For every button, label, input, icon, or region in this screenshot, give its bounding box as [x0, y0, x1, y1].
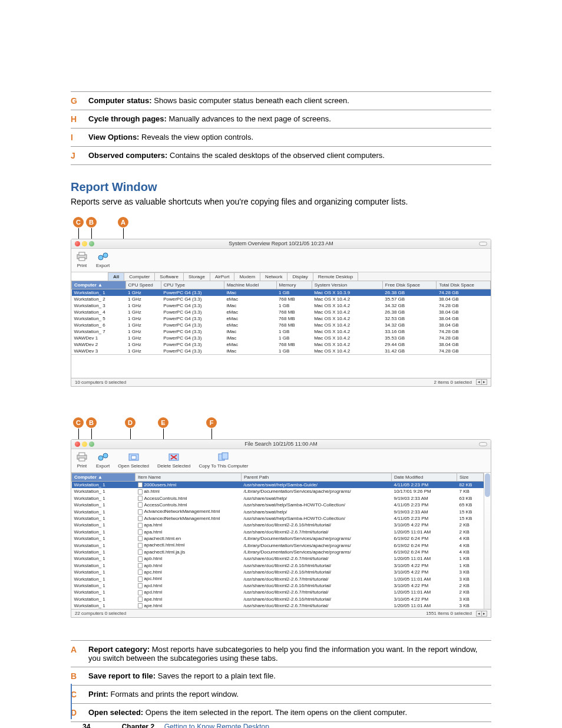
svg-rect-1	[79, 252, 85, 255]
tab-storage[interactable]: Storage	[183, 272, 210, 281]
scroll-arrows[interactable]: ◂▸	[477, 379, 487, 385]
col-system-version[interactable]: System Version	[312, 281, 382, 289]
table-row[interactable]: Workstation_ 12000users.html/usr/share/s…	[72, 481, 484, 488]
table-row[interactable]: WAWDev 31 GHzPowerPC G4 (3.3)iMac1 GBMac…	[72, 348, 491, 354]
tab-all[interactable]: All	[108, 272, 124, 281]
overview-table[interactable]: Computer ▲CPU SpeedCPU TypeMachine Model…	[71, 281, 491, 354]
cell: 4 KB	[457, 549, 484, 555]
col-total-disk-space[interactable]: Total Disk Space	[437, 281, 491, 289]
table-row[interactable]: Workstation_ 1apachectl.html.html/Librar…	[72, 542, 484, 548]
category-tabs: AllComputerSoftwareStorageAirPortModemNe…	[108, 272, 491, 281]
table-row[interactable]: Workstation_ 1apa.html/usr/share/doc/lib…	[72, 529, 484, 535]
table-row[interactable]: Workstation_ 1apachectl.html.ja.jis/Libr…	[72, 549, 484, 555]
toolbar-copy-to-this-computer[interactable]: Copy To This Computer	[199, 452, 249, 469]
tab-display[interactable]: Display	[287, 272, 313, 281]
tab-computer[interactable]: Computer	[124, 272, 155, 281]
table-row[interactable]: Workstation_ 1apd.html/usr/share/doc/lib…	[72, 589, 484, 595]
cell: /usr/share/doc/libxml2-2.6.16/html/tutor…	[242, 569, 392, 575]
col-cpu-speed[interactable]: CPU Speed	[125, 281, 161, 289]
toolbar-toggle-icon[interactable]	[479, 242, 487, 246]
cell: ab.html	[135, 488, 242, 495]
cell: 1/20/05 11:01 AM	[392, 589, 457, 595]
col-cpu-type[interactable]: CPU Type	[161, 281, 224, 289]
table-row[interactable]: Workstation_ 21 GHzPowerPC G4 (3.3)eMac7…	[72, 296, 491, 302]
callout-row-2: CBDEF	[73, 417, 491, 439]
callout-bubble: E	[158, 417, 168, 428]
cell: AccessControls.html	[135, 495, 242, 502]
table-row[interactable]: Workstation_ 71 GHzPowerPC G4 (3.3)iMac1…	[72, 328, 491, 335]
table-row[interactable]: Workstation_ 1apa.html/usr/share/doc/lib…	[72, 522, 484, 528]
cell: apa.html	[135, 529, 242, 535]
file-icon	[138, 482, 143, 487]
cell: apd.html	[135, 582, 242, 589]
scroll-thumb[interactable]	[485, 473, 490, 497]
toolbar-print[interactable]: Print	[76, 452, 88, 469]
table-row[interactable]: WAWDev 11 GHzPowerPC G4 (3.3)iMac1 GBMac…	[72, 335, 491, 341]
tab-network[interactable]: Network	[260, 272, 287, 281]
table-row[interactable]: Workstation_ 11 GHzPowerPC G4 (3.3)iMac1…	[72, 289, 491, 296]
toolbar-toggle-icon[interactable]	[479, 442, 487, 446]
cell: 768 MB	[276, 296, 312, 302]
table-row[interactable]: Workstation_ 1AdvancedNetworkManagement.…	[72, 508, 484, 515]
table-row[interactable]: Workstation_ 41 GHzPowerPC G4 (3.3)eMac7…	[72, 309, 491, 315]
cell: Workstation_ 1	[72, 481, 135, 488]
table-row[interactable]: Workstation_ 1apachectl.html.en/Library/…	[72, 535, 484, 542]
filesearch-table[interactable]: Computer ▲Item NameParent PathDate Modif…	[71, 473, 484, 609]
page-number: 34	[82, 723, 90, 728]
col-machine-model[interactable]: Machine Model	[224, 281, 276, 289]
legend-letter: B	[71, 667, 88, 686]
cell: Workstation_ 5	[72, 315, 126, 322]
col-date-modified[interactable]: Date Modified	[392, 473, 457, 481]
col-computer[interactable]: Computer ▲	[72, 473, 135, 481]
cell: 38.04 GB	[437, 341, 491, 348]
window-titlebar[interactable]: System Overview Report 10/21/05 10:23 AM	[71, 239, 491, 249]
col-memory[interactable]: Memory	[276, 281, 312, 289]
cell: Workstation_ 1	[72, 582, 135, 589]
table-row[interactable]: Workstation_ 1ape.html/usr/share/doc/lib…	[72, 602, 484, 609]
cell: eMac	[224, 315, 276, 322]
toolbar-print[interactable]: Print	[76, 251, 88, 268]
table-row[interactable]: Workstation_ 1apb.html/usr/share/doc/lib…	[72, 562, 484, 569]
cell: 4 KB	[457, 542, 484, 548]
table-row[interactable]: Workstation_ 1apb.html/usr/share/doc/lib…	[72, 555, 484, 562]
col-parent-path[interactable]: Parent Path	[242, 473, 392, 481]
printer-icon	[76, 452, 88, 462]
tab-software[interactable]: Software	[154, 272, 184, 281]
tab-modem[interactable]: Modem	[234, 272, 260, 281]
table-row[interactable]: WAWDev 21 GHzPowerPC G4 (3.3)eMac768 MBM…	[72, 341, 491, 348]
toolbar-delete-selected[interactable]: Delete Selected	[157, 452, 190, 469]
table-row[interactable]: Workstation_ 1AdvancedNetworkManagement.…	[72, 515, 484, 522]
tab-airport[interactable]: AirPort	[210, 272, 234, 281]
table-row[interactable]: Workstation_ 1apc.html/usr/share/doc/lib…	[72, 569, 484, 575]
table-row[interactable]: Workstation_ 1apd.html/usr/share/doc/lib…	[72, 582, 484, 589]
cell: 65 KB	[457, 502, 484, 508]
scroll-arrows[interactable]: ◂▸	[477, 611, 487, 617]
cell: 1 GB	[276, 302, 312, 309]
toolbar-export[interactable]: Export	[96, 452, 110, 469]
table-row[interactable]: Workstation_ 31 GHzPowerPC G4 (3.3)iMac1…	[72, 302, 491, 309]
cell: WAWDev 1	[72, 335, 126, 341]
callout-D: D	[125, 417, 135, 439]
col-free-disk-space[interactable]: Free Disk Space	[382, 281, 437, 289]
table-row[interactable]: Workstation_ 61 GHzPowerPC G4 (3.3)eMac7…	[72, 322, 491, 328]
table-row[interactable]: Workstation_ 1AccessControls.html/usr/sh…	[72, 502, 484, 508]
scrollbar[interactable]	[484, 473, 491, 609]
toolbar-label: Print	[77, 263, 87, 268]
cell: PowerPC G4 (3.3)	[161, 289, 224, 296]
cell: 31.42 GB	[382, 348, 437, 354]
toolbar-export[interactable]: Export	[96, 251, 110, 268]
col-computer[interactable]: Computer ▲	[72, 281, 126, 289]
table-row[interactable]: Workstation_ 51 GHzPowerPC G4 (3.3)eMac7…	[72, 315, 491, 322]
col-item-name[interactable]: Item Name	[135, 473, 242, 481]
callout-B: B	[86, 417, 97, 439]
col-size[interactable]: Size	[457, 473, 484, 481]
table-row[interactable]: Workstation_ 1AccessControls.html/usr/sh…	[72, 495, 484, 502]
table-row[interactable]: Workstation_ 1ab.html/Library/Documentat…	[72, 488, 484, 495]
toolbar-open-selected[interactable]: Open Selected	[118, 452, 149, 469]
window-titlebar[interactable]: File Search 10/21/05 11:00 AM	[71, 440, 491, 449]
cell: 1 GHz	[125, 309, 161, 315]
table-row[interactable]: Workstation_ 1apc.html/usr/share/doc/lib…	[72, 575, 484, 582]
cell: Workstation_ 1	[72, 602, 135, 609]
tab-remote-desktop[interactable]: Remote Desktop	[313, 272, 359, 281]
table-row[interactable]: Workstation_ 1ape.html/usr/share/doc/lib…	[72, 596, 484, 602]
